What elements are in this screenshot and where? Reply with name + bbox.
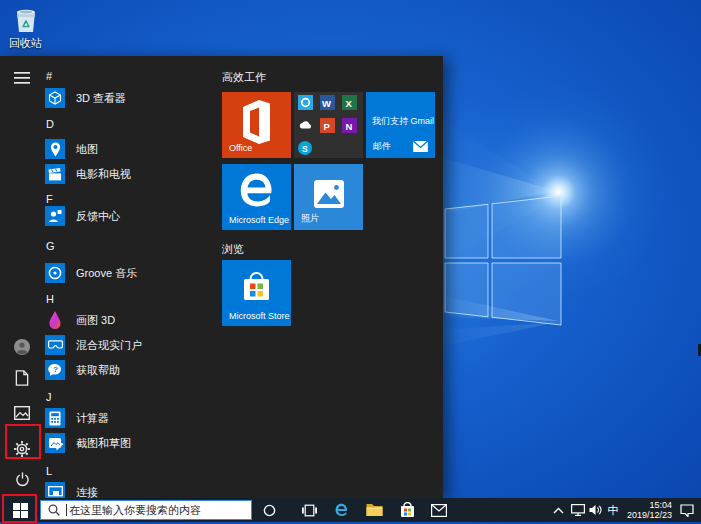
excel-icon: X [342, 95, 357, 110]
cortana-button[interactable] [256, 498, 282, 522]
task-view-button[interactable] [296, 498, 322, 522]
mail-promo-text: 我们支持 Gmail [372, 115, 434, 128]
search-icon [48, 504, 60, 516]
highlight-settings-box [5, 424, 41, 459]
app-item-mixed-reality-portal[interactable]: 混合现实门户 [45, 335, 142, 355]
word-icon: W [320, 95, 335, 110]
recycle-bin-label: 回收站 [0, 36, 51, 51]
pictures-button[interactable] [8, 399, 36, 427]
maps-icon [45, 139, 65, 159]
task-view-icon [302, 504, 317, 517]
mixed-reality-icon [45, 335, 65, 355]
svg-text:?: ? [53, 365, 58, 374]
svg-text:W: W [322, 98, 331, 109]
user-avatar-icon [14, 339, 30, 355]
store-taskbar-icon [400, 502, 415, 518]
section-letter[interactable]: G [46, 240, 55, 252]
onenote-icon: N [342, 118, 357, 133]
tile-office-group[interactable]: W X P N S [294, 92, 363, 158]
tile-mail[interactable]: 我们支持 Gmail 邮件 [366, 92, 435, 158]
tile-office[interactable]: Office [222, 92, 291, 158]
get-help-icon: ? [45, 360, 65, 380]
power-icon [15, 472, 30, 487]
tile-edge[interactable]: Microsoft Edge [222, 164, 291, 230]
section-letter[interactable]: J [46, 391, 52, 403]
recycle-bin[interactable]: 回收站 [0, 5, 51, 51]
taskbar: 在这里输入你要搜索的内容 [0, 498, 701, 522]
tray-time: 15:04 [649, 500, 672, 510]
chevron-up-icon [553, 507, 564, 514]
tray-expand-button[interactable] [549, 498, 567, 522]
groove-music-icon [45, 263, 65, 283]
mail-taskbar-icon [431, 504, 447, 517]
action-center-button[interactable] [675, 498, 699, 522]
taskbar-store-button[interactable] [394, 498, 420, 522]
svg-text:P: P [324, 121, 331, 132]
file-explorer-icon [366, 503, 383, 517]
snip-sketch-icon [45, 433, 65, 453]
movies-tv-icon [45, 164, 65, 184]
section-letter[interactable]: L [46, 465, 52, 477]
onedrive-icon [298, 118, 313, 133]
calculator-icon [45, 408, 65, 428]
document-icon [15, 370, 29, 386]
recycle-bin-icon [12, 5, 40, 35]
volume-icon [589, 504, 603, 516]
text-caret [66, 504, 67, 516]
powerpoint-icon: P [320, 118, 335, 133]
app-item-snip-sketch[interactable]: 截图和草图 [45, 433, 131, 453]
start-menu: # D F G H J L 3D 查看器 地图 [0, 56, 443, 498]
tray-date: 2019/12/23 [627, 510, 672, 520]
pictures-icon [14, 406, 30, 420]
tile-group-title[interactable]: 浏览 [222, 242, 244, 257]
documents-button[interactable] [8, 364, 36, 392]
skype-icon: S [298, 141, 312, 155]
power-button[interactable] [8, 465, 36, 493]
app-item-3d-viewer[interactable]: 3D 查看器 [45, 88, 126, 108]
app-item-movies-tv[interactable]: 电影和电视 [45, 164, 131, 184]
mail-envelope-icon [413, 141, 428, 152]
section-letter[interactable]: F [46, 193, 53, 205]
app-item-paint-3d[interactable]: 画图 3D [45, 310, 115, 330]
hamburger-icon [14, 72, 30, 84]
desktop: 回收站 [0, 0, 701, 524]
user-account-button[interactable] [8, 333, 36, 361]
app-item-feedback-hub[interactable]: 反馈中心 [45, 206, 120, 226]
edge-taskbar-icon [333, 502, 350, 519]
search-placeholder: 在这里输入你要搜索的内容 [69, 503, 201, 518]
app-item-maps[interactable]: 地图 [45, 139, 98, 159]
3d-viewer-icon [45, 88, 65, 108]
action-center-icon [680, 504, 694, 517]
outlook-icon [298, 95, 313, 110]
taskbar-edge-button[interactable] [328, 498, 354, 522]
app-item-groove-music[interactable]: Groove 音乐 [45, 263, 137, 283]
taskbar-mail-button[interactable] [426, 498, 452, 522]
app-item-calculator[interactable]: 计算器 [45, 408, 109, 428]
tile-store[interactable]: Microsoft Store [222, 260, 291, 326]
menu-expand-button[interactable] [8, 64, 36, 92]
network-tray-button[interactable] [568, 498, 588, 522]
tile-group-title[interactable]: 高效工作 [222, 70, 266, 85]
file-explorer-button[interactable] [361, 498, 387, 522]
ime-indicator[interactable]: 中 [603, 498, 623, 522]
taskbar-clock[interactable]: 15:04 2019/12/23 [627, 498, 672, 522]
app-item-get-help[interactable]: ? 获取帮助 [45, 360, 120, 380]
svg-text:S: S [302, 144, 308, 154]
network-icon [571, 504, 585, 516]
feedback-hub-icon [45, 206, 65, 226]
svg-text:N: N [346, 121, 353, 132]
section-letter[interactable]: H [46, 293, 54, 305]
paint-3d-icon [45, 310, 65, 330]
section-letter[interactable]: # [46, 70, 52, 82]
cortana-icon [263, 504, 276, 517]
tile-photos[interactable]: 照片 [294, 164, 363, 230]
taskbar-search-box[interactable]: 在这里输入你要搜索的内容 [40, 500, 252, 520]
svg-text:X: X [346, 98, 353, 109]
section-letter[interactable]: D [46, 118, 54, 130]
highlight-start-box [2, 494, 37, 523]
